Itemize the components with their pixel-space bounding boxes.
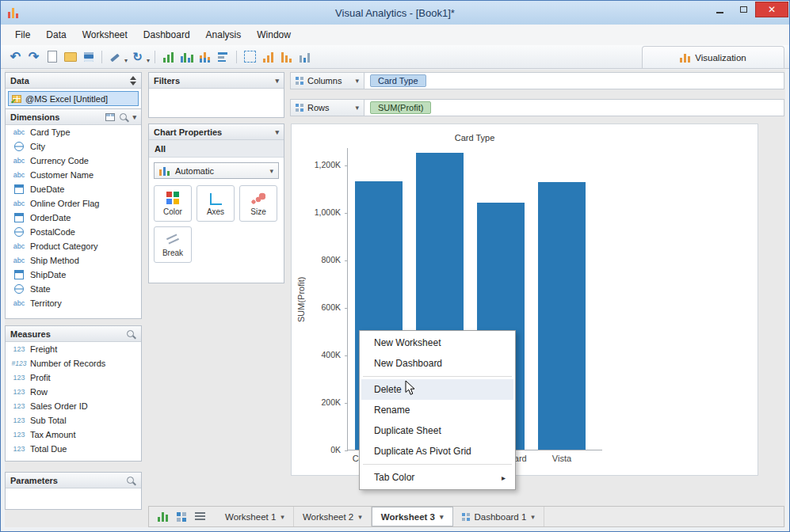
context-menu-item[interactable]: Duplicate Sheet ▸ — [361, 420, 513, 441]
dimension-item[interactable]: Ship Method — [6, 253, 141, 268]
sheet-tab[interactable]: Worksheet 1 ▾ — [216, 507, 294, 526]
tab-dropdown-icon[interactable]: ▾ — [281, 513, 284, 521]
chart-properties-collapse-icon[interactable]: ▾ — [275, 128, 279, 136]
menu-item[interactable]: Window — [249, 27, 299, 43]
toolbar-icon[interactable] — [233, 49, 240, 65]
column-pill[interactable]: Card Type — [370, 74, 426, 87]
chart-properties-header[interactable]: Chart Properties ▾ — [149, 124, 284, 140]
toolbar-icon[interactable] — [44, 49, 60, 65]
sheet-list-icon[interactable] — [192, 510, 208, 524]
filters-header[interactable]: Filters ▾ — [149, 73, 284, 89]
toolbar-icon[interactable] — [278, 49, 295, 65]
menu-item[interactable]: Analysis — [198, 27, 250, 43]
context-menu-item[interactable]: New Worksheet ▸ — [361, 332, 513, 353]
filters-collapse-icon[interactable]: ▾ — [275, 77, 279, 85]
toolbar-icon[interactable] — [242, 49, 258, 65]
search-parameters-icon[interactable] — [125, 475, 136, 486]
toolbar-icon[interactable] — [178, 49, 195, 65]
parameters-header[interactable]: Parameters — [6, 473, 141, 488]
tab-dropdown-icon[interactable]: ▾ — [440, 513, 444, 521]
dimension-item[interactable]: DueDate — [6, 182, 141, 196]
filters-shelf[interactable] — [149, 89, 284, 117]
dimension-item[interactable]: Customer Name — [6, 168, 141, 182]
data-panel-header[interactable]: Data — [6, 73, 141, 89]
toolbar-icon[interactable] — [260, 49, 277, 65]
context-menu-item[interactable]: Rename ▸ — [361, 400, 513, 420]
property-button-label: Break — [162, 249, 183, 257]
context-menu-item[interactable]: Tab Color ▸ — [361, 467, 513, 488]
close-button[interactable]: ✕ — [755, 2, 788, 17]
context-menu-item[interactable]: New Dashboard ▸ — [361, 353, 513, 374]
toolbar-icon[interactable] — [7, 49, 24, 65]
toolbar-icon[interactable] — [62, 49, 78, 65]
measure-item[interactable]: Freight — [6, 342, 141, 356]
measure-item[interactable]: Total Due — [6, 442, 141, 456]
toolbar-icon[interactable] — [160, 49, 177, 65]
dimensions-header[interactable]: Dimensions ▾ — [6, 109, 141, 125]
dimension-item[interactable]: Card Type — [6, 125, 141, 139]
measure-item[interactable]: Sales Order ID — [6, 399, 141, 413]
menu-item[interactable]: Worksheet — [74, 27, 135, 43]
maximize-button[interactable] — [731, 2, 755, 17]
new-worksheet-icon[interactable] — [155, 510, 171, 524]
chart-type-select[interactable]: Automatic ▾ — [154, 162, 279, 179]
chart-property-button[interactable]: Size — [239, 185, 277, 222]
chart-property-button[interactable]: Color — [154, 185, 192, 222]
menu-item[interactable]: Data — [38, 27, 74, 43]
dimension-item[interactable]: ShipDate — [6, 268, 141, 282]
new-dashboard-icon[interactable] — [174, 510, 189, 524]
sheet-tab[interactable]: Dashboard 1 ▾ — [453, 507, 544, 526]
row-pill[interactable]: SUM(Profit) — [370, 101, 431, 114]
columns-shelf-button[interactable]: Columns ▾ — [291, 73, 364, 89]
visualization-toggle[interactable]: Visualization — [642, 46, 784, 68]
menu-item[interactable]: File — [7, 27, 38, 43]
datasource-item[interactable]: @MS Excel [Untitled] — [8, 91, 139, 106]
dimension-item[interactable]: City — [6, 139, 141, 154]
minimize-button[interactable] — [708, 2, 731, 17]
toolbar-icon[interactable] — [197, 49, 213, 65]
menu-item[interactable]: Dashboard — [135, 27, 198, 43]
bar-Vista[interactable] — [538, 182, 586, 450]
property-button-label: Color — [163, 207, 182, 216]
sheet-tab[interactable]: Worksheet 2 ▾ — [294, 507, 372, 526]
rows-shelf-button[interactable]: Rows ▾ — [291, 100, 364, 116]
dimension-item[interactable]: PostalCode — [6, 225, 141, 239]
tab-dropdown-icon[interactable]: ▾ — [358, 513, 362, 521]
dimensions-menu-icon[interactable]: ▾ — [132, 113, 136, 121]
measure-item[interactable]: Row — [6, 385, 141, 399]
dimension-item[interactable]: OrderDate — [6, 211, 141, 225]
toolbar-icon[interactable] — [296, 49, 313, 65]
table-view-icon[interactable] — [105, 113, 115, 121]
measure-item[interactable]: Number of Records — [6, 356, 141, 370]
toolbar-icon[interactable] — [25, 49, 42, 65]
context-menu-item[interactable]: ▸ — [363, 464, 512, 465]
search-dimensions-icon[interactable] — [118, 112, 129, 123]
toolbar-icon[interactable] — [80, 49, 97, 65]
sheet-tab[interactable]: Worksheet 3 ▾ — [372, 507, 453, 526]
context-menu-item[interactable]: Duplicate As Pivot Grid ▸ — [361, 441, 513, 462]
dimension-item[interactable]: Online Order Flag — [6, 196, 141, 211]
y-tick-mark — [345, 165, 348, 166]
tab-dropdown-icon[interactable]: ▾ — [531, 513, 535, 521]
context-menu-item[interactable]: Delete ▸ — [361, 379, 513, 400]
toolbar-icon[interactable] — [215, 49, 231, 65]
dimension-item[interactable]: Product Category — [6, 239, 141, 253]
toolbar-icon[interactable] — [129, 49, 150, 65]
measures-header[interactable]: Measures — [6, 326, 141, 342]
dimension-item[interactable]: Currency Code — [6, 154, 141, 168]
toolbar-icon[interactable] — [151, 49, 158, 65]
sort-fields-icon[interactable] — [130, 76, 136, 86]
measure-item[interactable]: Tax Amount — [6, 428, 141, 442]
toolbar-icon[interactable] — [98, 49, 105, 65]
measure-item[interactable]: Sub Total — [6, 413, 141, 428]
dimension-item[interactable]: Territory — [6, 296, 141, 310]
search-measures-icon[interactable] — [125, 329, 136, 340]
chart-property-button[interactable]: Break — [154, 226, 192, 263]
measure-item[interactable]: Profit — [6, 370, 141, 385]
chart-property-button[interactable]: Axes — [197, 185, 235, 222]
columns-field[interactable]: Card Type — [364, 74, 426, 87]
toolbar-icon[interactable] — [107, 49, 128, 65]
context-menu-item[interactable]: ▸ — [363, 376, 512, 377]
dimension-item[interactable]: State — [6, 282, 141, 296]
rows-field[interactable]: SUM(Profit) — [364, 101, 431, 114]
